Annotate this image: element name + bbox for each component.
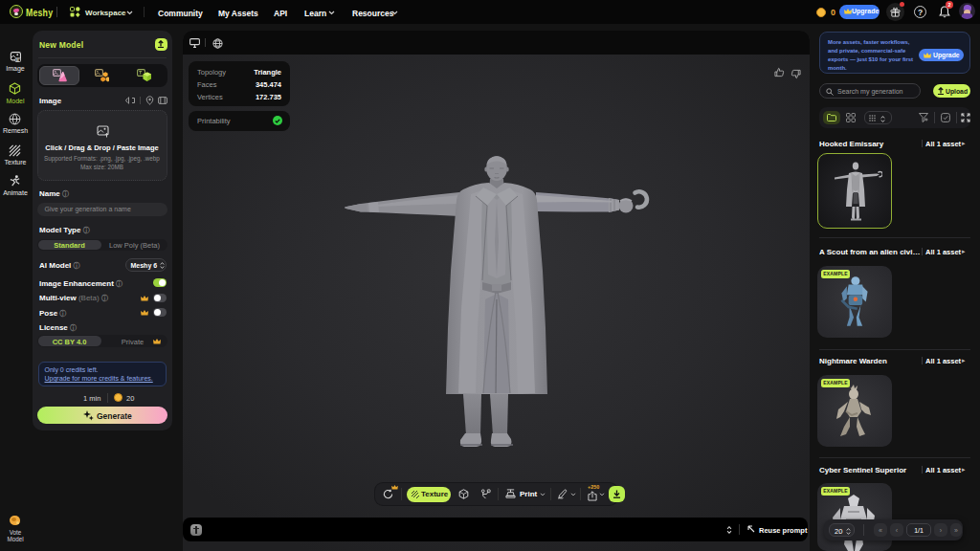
svg-text:AI: AI xyxy=(16,58,19,62)
